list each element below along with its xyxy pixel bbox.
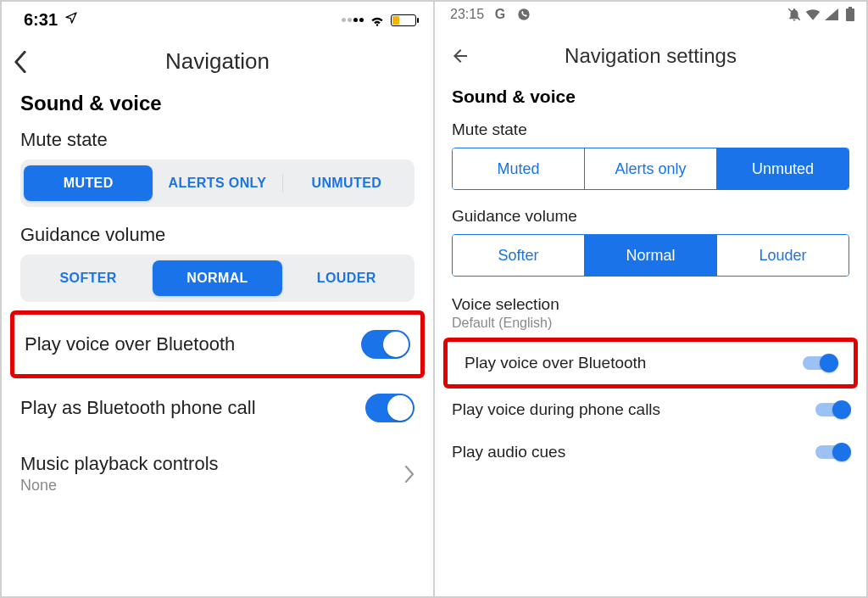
google-icon: G bbox=[492, 7, 508, 22]
play-as-bt-call-label: Play as Bluetooth phone call bbox=[20, 397, 256, 419]
music-playback-row[interactable]: Music playback controls None bbox=[2, 438, 433, 510]
guidance-volume-segmented: Softer Normal Louder bbox=[452, 234, 849, 277]
svg-rect-3 bbox=[849, 7, 852, 8]
guidance-volume-label: Guidance volume bbox=[2, 215, 433, 251]
guidance-volume-segmented: SOFTER NORMAL LOUDER bbox=[20, 254, 415, 302]
play-audio-cues-row[interactable]: Play audio cues bbox=[435, 431, 866, 473]
cellular-signal-icon bbox=[342, 18, 364, 22]
svg-rect-2 bbox=[846, 8, 854, 21]
location-arrow-icon bbox=[64, 11, 78, 25]
play-voice-bluetooth-row[interactable]: Play voice over Bluetooth bbox=[448, 342, 854, 384]
music-playback-label: Music playback controls bbox=[20, 453, 219, 475]
mute-state-segmented: MUTED ALERTS ONLY UNMUTED bbox=[20, 159, 415, 207]
mute-state-muted[interactable]: Muted bbox=[453, 148, 584, 189]
play-as-bt-call-toggle[interactable] bbox=[365, 394, 415, 422]
voice-selection-value: Default (English) bbox=[452, 316, 849, 331]
section-sound-voice: Sound & voice bbox=[2, 83, 433, 120]
mute-state-alerts-only[interactable]: ALERTS ONLY bbox=[153, 165, 281, 201]
highlighted-setting: Play voice over Bluetooth bbox=[443, 338, 858, 388]
voice-selection-row[interactable]: Voice selection Default (English) bbox=[435, 288, 866, 338]
play-audio-cues-label: Play audio cues bbox=[452, 443, 565, 461]
section-sound-voice: Sound & voice bbox=[435, 83, 866, 115]
ios-time: 6:31 bbox=[24, 10, 58, 29]
guidance-normal[interactable]: NORMAL bbox=[153, 260, 281, 296]
mute-state-muted[interactable]: MUTED bbox=[24, 165, 153, 201]
guidance-normal[interactable]: Normal bbox=[584, 235, 716, 276]
mute-state-alerts-only[interactable]: Alerts only bbox=[584, 148, 716, 189]
guidance-louder[interactable]: Louder bbox=[716, 235, 849, 276]
mute-state-segmented: Muted Alerts only Unmuted bbox=[452, 148, 849, 190]
battery-icon bbox=[391, 14, 416, 26]
android-header: Navigation settings bbox=[435, 25, 866, 83]
cellular-signal-icon bbox=[824, 7, 839, 22]
wifi-icon bbox=[805, 7, 821, 22]
ios-status-bar: 6:31 bbox=[2, 2, 433, 33]
voice-selection-label: Voice selection bbox=[452, 295, 849, 314]
guidance-softer[interactable]: SOFTER bbox=[24, 260, 153, 296]
android-pane: 23:15 G bbox=[435, 2, 866, 596]
play-voice-bluetooth-label: Play voice over Bluetooth bbox=[465, 354, 646, 372]
play-audio-cues-toggle[interactable] bbox=[815, 445, 849, 459]
no-notifications-icon bbox=[787, 7, 802, 22]
mute-state-label: Mute state bbox=[435, 115, 866, 144]
page-title: Navigation settings bbox=[484, 44, 817, 68]
chevron-right-icon bbox=[404, 466, 415, 483]
play-as-bt-call-row[interactable]: Play as Bluetooth phone call bbox=[2, 378, 433, 438]
play-voice-bluetooth-toggle[interactable] bbox=[803, 356, 837, 370]
guidance-softer[interactable]: Softer bbox=[453, 235, 584, 276]
play-voice-bluetooth-toggle[interactable] bbox=[361, 330, 410, 359]
play-voice-during-calls-toggle[interactable] bbox=[815, 403, 849, 416]
play-voice-during-calls-row[interactable]: Play voice during phone calls bbox=[435, 388, 866, 431]
guidance-louder[interactable]: LOUDER bbox=[282, 260, 411, 296]
play-voice-bluetooth-label: Play voice over Bluetooth bbox=[25, 333, 235, 355]
highlighted-setting: Play voice over Bluetooth bbox=[10, 310, 425, 378]
back-button[interactable] bbox=[14, 51, 47, 73]
music-playback-value: None bbox=[20, 477, 219, 495]
android-status-bar: 23:15 G bbox=[435, 2, 866, 25]
android-time: 23:15 bbox=[450, 7, 484, 22]
battery-icon bbox=[843, 7, 858, 22]
play-voice-bluetooth-row[interactable]: Play voice over Bluetooth bbox=[14, 315, 420, 374]
back-button[interactable] bbox=[450, 46, 484, 66]
wifi-icon bbox=[369, 14, 386, 27]
mute-state-unmuted[interactable]: UNMUTED bbox=[282, 165, 411, 201]
guidance-volume-label: Guidance volume bbox=[435, 202, 866, 231]
mute-state-label: Mute state bbox=[2, 120, 433, 156]
phone-icon bbox=[516, 7, 531, 22]
ios-pane: 6:31 Navigation Sound & vo bbox=[2, 2, 435, 596]
page-title: Navigation bbox=[47, 48, 387, 75]
play-voice-during-calls-label: Play voice during phone calls bbox=[452, 400, 660, 419]
ios-header: Navigation bbox=[2, 33, 433, 83]
mute-state-unmuted[interactable]: Unmuted bbox=[716, 148, 849, 189]
